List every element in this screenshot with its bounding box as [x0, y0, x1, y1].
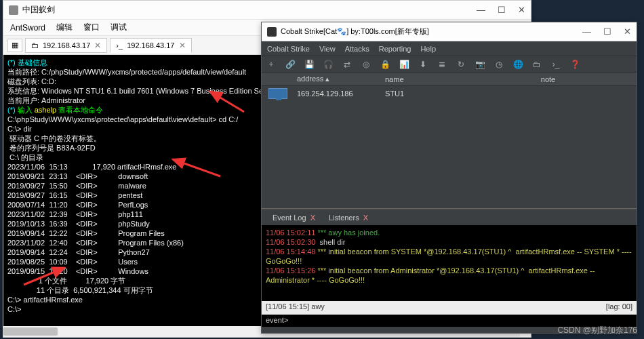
tab-listeners[interactable]: Listeners X — [323, 212, 374, 223]
close-button[interactable]: ✕ — [624, 26, 631, 37]
globe-icon[interactable]: 🌐 — [512, 59, 523, 70]
save-icon[interactable]: 💾 — [304, 59, 315, 70]
grid-view-button[interactable]: ▦ — [7, 39, 22, 52]
menu-reporting[interactable]: Reporting — [379, 45, 411, 53]
menu-antsword[interactable]: AntSword — [10, 23, 45, 33]
tab-label: Event Log — [273, 214, 306, 222]
cs-title: Cobalt Strike[Cat🐾] by:T00ls.com[新年专版] — [281, 26, 429, 37]
menu-cobaltstrike[interactable]: Cobalt Strike — [267, 45, 310, 53]
cs-titlebar[interactable]: Cobalt Strike[Cat🐾] by:T00ls.com[新年专版] —… — [262, 22, 637, 41]
log-line: 11/06 15:02:30 shell dir — [266, 237, 632, 247]
arrows-icon[interactable]: ⇄ — [342, 59, 353, 70]
plus-icon[interactable]: ＋ — [266, 59, 277, 70]
target-ip: 169.254.129.186 — [297, 89, 385, 98]
close-button[interactable]: ✕ — [518, 5, 525, 15]
download-icon[interactable]: ⬇ — [418, 59, 428, 70]
tab-close-icon[interactable]: ✕ — [94, 41, 101, 50]
cs-toolbar: ＋🔗💾🎧⇄◎🔒📊⬇≣↻📷◷🌐🗀›_❓ — [262, 56, 637, 73]
cs-targets-pane[interactable]: 169.254.129.186 STU1 — [262, 86, 637, 208]
tab-close-icon[interactable]: X — [363, 214, 368, 222]
folder-icon: 🗀 — [31, 41, 39, 49]
tab-term-192-168-43-17[interactable]: ›_ 192.168.43.17 ✕ — [110, 38, 191, 53]
prompt-text: event> — [266, 316, 288, 324]
tab-close-icon[interactable]: X — [310, 214, 315, 222]
tab-close-icon[interactable]: ✕ — [179, 41, 186, 50]
menu-attacks[interactable]: Attacks — [345, 45, 369, 53]
target-icon[interactable]: ◎ — [361, 59, 371, 70]
terminal-icon: ›_ — [116, 41, 123, 49]
cs-input-bar[interactable]: [11/06 15:15] awy [lag: 00] — [262, 301, 637, 315]
help-icon[interactable]: ❓ — [569, 59, 580, 70]
reload-icon[interactable]: ↻ — [456, 59, 466, 70]
cs-app-icon — [267, 27, 277, 37]
ant-window-controls: — ☐ ✕ — [477, 5, 525, 15]
log-line: 11/06 15:15:26 *** initial beacon from A… — [266, 266, 632, 285]
target-name: STU1 — [385, 89, 404, 98]
col-name[interactable]: name — [385, 75, 466, 83]
ant-title: 中国蚁剑 — [22, 4, 55, 16]
scrollbar-thumb[interactable] — [3, 327, 58, 336]
ant-app-icon — [9, 5, 18, 15]
tab-label: 192.168.43.17 — [43, 41, 90, 49]
tab-label: 192.168.43.17 — [127, 41, 174, 49]
ant-titlebar[interactable]: 中国蚁剑 — ☐ ✕ — [3, 1, 531, 20]
menu-help[interactable]: Help — [420, 45, 436, 53]
menu-edit[interactable]: 编辑 — [56, 22, 73, 33]
chart-icon[interactable]: 📊 — [399, 59, 409, 70]
clock-icon[interactable]: ◷ — [494, 59, 504, 70]
menu-window[interactable]: 窗口 — [83, 22, 100, 33]
log-line: 11/06 15:14:48 *** initial beacon from S… — [266, 247, 632, 266]
maximize-button[interactable]: ☐ — [498, 5, 506, 15]
computer-icon — [268, 88, 287, 99]
menu-view[interactable]: View — [319, 45, 336, 53]
headset-icon[interactable]: 🎧 — [323, 59, 334, 70]
list-icon[interactable]: ≣ — [437, 59, 447, 70]
tab-label: Listeners — [329, 214, 359, 222]
menu-debug[interactable]: 调试 — [110, 22, 127, 33]
cs-menubar: Cobalt Strike View Attacks Reporting Hel… — [262, 41, 637, 56]
cs-bottom-tabs: Event Log X Listeners X — [262, 210, 637, 225]
link-icon[interactable]: 🔗 — [285, 59, 296, 70]
log-line: 11/06 15:02:11 *** awy has joined. — [266, 228, 632, 237]
cs-event-log[interactable]: 11/06 15:02:11 *** awy has joined.11/06 … — [262, 225, 637, 301]
input-left: [11/06 15:15] awy — [266, 302, 325, 313]
lock-icon[interactable]: 🔒 — [380, 59, 390, 70]
minimize-button[interactable]: — — [582, 26, 591, 37]
col-note[interactable]: note — [466, 75, 630, 83]
camera-icon[interactable]: 📷 — [475, 59, 485, 70]
folder-icon[interactable]: 🗀 — [531, 59, 542, 70]
cobaltstrike-window: Cobalt Strike[Cat🐾] by:T00ls.com[新年专版] —… — [261, 22, 637, 334]
maximize-button[interactable]: ☐ — [603, 26, 611, 37]
input-lag: [lag: 00] — [606, 302, 632, 313]
target-row[interactable]: 169.254.129.186 STU1 — [262, 86, 637, 101]
tab-file-192-168-43-17[interactable]: 🗀 192.168.43.17 ✕ — [25, 38, 107, 53]
prompt-icon[interactable]: ›_ — [550, 59, 561, 70]
tab-event-log[interactable]: Event Log X — [267, 212, 321, 223]
cs-window-controls: — ☐ ✕ — [582, 26, 631, 37]
watermark: CSDN @别野加奈176 — [557, 325, 637, 336]
col-address[interactable]: address ▴ — [297, 75, 385, 83]
minimize-button[interactable]: — — [477, 5, 485, 15]
cs-table-header: address ▴ name note — [262, 73, 637, 86]
